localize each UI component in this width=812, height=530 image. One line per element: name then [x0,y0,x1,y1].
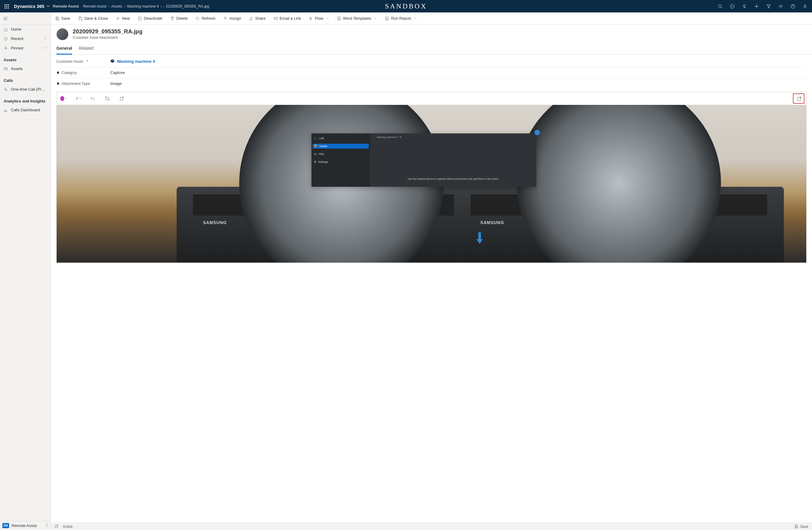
category-value: Capture [105,70,125,75]
svg-point-13 [804,4,806,6]
undo-icon[interactable] [89,95,96,102]
save-button[interactable]: Save [53,15,72,22]
mr-nav-assets: 📦Assets [313,144,369,149]
highlighter-tool[interactable] [75,95,82,102]
chevron-down-icon[interactable] [47,4,50,9]
svg-rect-0 [4,4,5,5]
nav-label: Assets [11,66,47,71]
footer-save-button[interactable]: Save [794,525,808,529]
delete-button[interactable]: Delete [169,15,190,22]
breadcrumb: Remote Assist› Assets› Washing machine 4… [83,4,209,9]
breadcrumb-item[interactable]: Remote Assist [83,4,106,9]
svg-rect-21 [57,83,59,84]
chevron-down-icon[interactable] [44,46,47,50]
nav-group-analytics: Analytics and Insights [0,94,50,105]
record-header: 20200929_095355_RA.jpg Customer Asset At… [51,25,812,42]
required-asterisk: * [87,59,88,64]
email-link-button[interactable]: Email a Link [272,15,303,22]
record-thumbnail [56,28,69,40]
mr-nav-files: 🗂Files [313,152,369,156]
nav-group-label: Analytics and Insights [4,99,45,103]
filter-icon[interactable] [766,4,771,9]
run-report-button[interactable]: Run Report [383,15,418,22]
nav-group-label: Assets [4,58,17,62]
attachment-image[interactable]: SAMSUNG SAMSUNG 📞Call 📦Assets 🗂Files ⚙Se… [57,105,806,263]
rotate-save-icon[interactable] [118,95,125,102]
chevron-down-icon [414,16,417,20]
lock-icon [56,82,60,86]
nav-one-time-call[interactable]: One-time Call (Previ... [0,85,50,94]
svg-point-11 [780,5,781,7]
gear-icon[interactable] [778,4,784,9]
popout-icon[interactable] [796,95,802,102]
share-button[interactable]: Share [247,15,267,22]
field-label: Attachment Type [61,82,90,86]
flow-button[interactable]: Flow [307,15,331,22]
area-badge: RA [2,523,9,528]
svg-rect-22 [120,97,123,100]
content-area: Save Save & Close New Deactivate Delete … [51,12,812,530]
task-check-icon[interactable] [729,4,735,9]
mr-nav-call: 📞Call [313,136,369,141]
save-close-button[interactable]: Save & Close [76,15,110,22]
customer-asset-lookup[interactable]: Washing machine 4 [105,59,155,64]
crop-icon[interactable] [104,95,111,102]
user-icon[interactable] [802,4,808,9]
new-button[interactable]: New [114,15,131,22]
plus-icon[interactable] [754,4,759,9]
mr-empty-message: Use the buttons above to capture videos … [372,177,534,181]
page-title: 20200929_095355_RA.jpg [73,28,142,35]
assign-button[interactable]: Assign [221,15,243,22]
nav-assets[interactable]: Assets [0,64,50,73]
tab-general[interactable]: General [56,44,72,55]
field-row-customer-asset: Customer Asset * Washing machine 4 [56,56,807,67]
breadcrumb-item[interactable]: Assets [111,4,122,9]
nav-label: Pinned [11,46,41,50]
brand-label[interactable]: Dynamics 365 [14,4,44,9]
refresh-button[interactable]: Refresh [193,15,217,22]
svg-point-10 [730,4,735,8]
chevron-down-icon [326,16,329,20]
svg-rect-5 [8,6,9,7]
chevron-down-icon[interactable] [44,37,47,41]
color-picker[interactable] [60,95,67,102]
status-bar: Active Save [51,523,812,530]
svg-rect-2 [8,4,9,5]
search-icon[interactable] [717,4,723,9]
command-bar: Save Save & Close New Deactivate Delete … [51,12,812,25]
nav-pinned[interactable]: Pinned [0,43,50,53]
field-row-category: Category Capture [56,67,807,78]
nav-recent[interactable]: Recent [0,34,50,43]
svg-rect-1 [6,4,7,5]
app-launcher-icon[interactable] [2,2,11,11]
deactivate-button[interactable]: Deactivate [136,15,164,22]
svg-rect-6 [4,8,5,9]
nav-label: Home [11,27,47,31]
nav-calls-dashboard[interactable]: Calls Dashboard [0,105,50,115]
area-label: Remote Assist [12,523,37,528]
lightbulb-icon[interactable] [742,4,747,9]
updown-icon[interactable] [45,523,48,528]
area-switcher[interactable]: RA Remote Assist [0,521,50,530]
lock-icon [56,71,60,75]
app-name[interactable]: Remote Assist [53,4,79,9]
hamburger-icon[interactable] [0,12,50,25]
nav-label: One-time Call (Previ... [11,87,47,92]
nav-home[interactable]: Home [0,25,50,34]
nav-group-calls: Calls [0,73,50,85]
svg-rect-3 [4,6,5,7]
breadcrumb-item[interactable]: Washing machine 4 [127,4,159,9]
tab-related[interactable]: Related [79,44,93,54]
nav-group-assets: Assets [0,53,50,64]
word-templates-button[interactable]: Word Templates [335,15,379,22]
breadcrumb-item[interactable]: 20200929_095355_RA.jpg [166,4,209,9]
nav-group-label: Calls [4,78,13,83]
field-row-attachment-type: Attachment Type Image [56,78,807,89]
nav-label: Calls Dashboard [11,108,47,112]
attachment-type-value: Image [105,81,122,86]
popout-icon[interactable] [55,524,58,529]
environment-badge: SANDBOX [385,2,427,10]
status-label: Active [63,525,73,529]
help-icon[interactable] [790,4,796,9]
svg-point-16 [224,17,226,18]
